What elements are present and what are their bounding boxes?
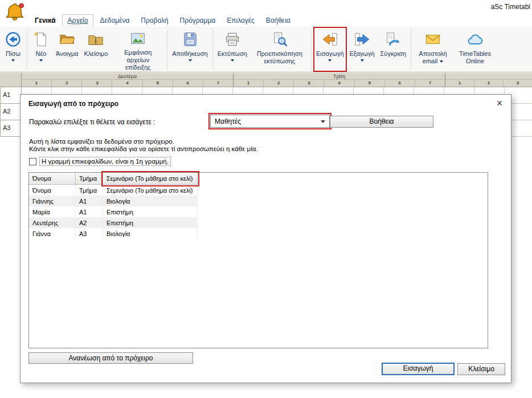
ribbon-separator	[167, 29, 167, 70]
chevron-down-icon	[321, 120, 325, 123]
timetable-corner-cell	[0, 73, 22, 87]
tab-view[interactable]: Προβολή	[136, 15, 173, 26]
import-type-dropdown[interactable]: Μαθητές	[210, 115, 330, 128]
period-header: 5	[355, 80, 385, 87]
back-arrow-icon	[5, 30, 22, 48]
dialog-title: Εισαγωγή από το πρόχειρο	[28, 100, 118, 108]
dropdown-caret-icon	[440, 60, 443, 63]
period-header: 2	[264, 80, 294, 87]
help-button[interactable]: Βοήθεια	[330, 116, 433, 128]
dropdown-caret-icon	[328, 59, 332, 62]
ribbon-separator	[311, 29, 312, 70]
period-header: 1	[234, 80, 264, 87]
title-bar: aSc Timetabl	[0, 0, 532, 14]
period-header: 6	[385, 80, 415, 87]
close-button[interactable]: Κλείσιμο	[457, 363, 505, 375]
period-header: 3	[82, 80, 112, 87]
tab-general[interactable]: Γενικά	[30, 15, 61, 26]
table-row: Γιάννα A3 Βιολογία	[29, 228, 488, 239]
timetable-header: Δευτέρα 1 2 3 4 5 6 7 Τρίτη 1 2 3 4	[0, 73, 532, 87]
open-folder-icon	[59, 30, 76, 48]
floppy-save-icon	[182, 30, 199, 48]
dropdown-caret-icon	[189, 59, 192, 62]
ribbon-separator	[212, 29, 213, 70]
ribbon-button-timetables-online[interactable]: TimeTables Online	[453, 27, 497, 72]
tab-help[interactable]: Βοήθεια	[261, 15, 296, 26]
table-row: Γιάννης A1 Βιολογία	[29, 196, 488, 206]
period-header: 5	[143, 80, 173, 87]
ribbon-button-print-preview[interactable]: Προεπισκόπηση εκτύπωσης	[250, 27, 309, 72]
ribbon-button-new[interactable]: Νέο	[29, 27, 53, 72]
zip-folder-icon	[87, 30, 104, 48]
period-header: 6	[173, 80, 203, 87]
day-column-partial: 1 2 3	[445, 73, 532, 87]
compare-icon	[384, 30, 402, 48]
ribbon-button-compare[interactable]: Σύγκριση	[378, 27, 409, 72]
period-header: 1	[22, 80, 52, 87]
email-envelope-icon	[424, 30, 441, 48]
day-column-tuesday: Τρίτη 1 2 3 4 5 6 7	[234, 73, 445, 87]
clipboard-data-table: Όνομα Τμήμα Σεμινάριο (Το μάθημα στο κελ…	[28, 172, 488, 348]
tab-schedule[interactable]: Πρόγραμμα	[175, 15, 221, 26]
asc-timetables-window: aSc Timetabl Γενικά Αρχείο Δεδομένα Προβ…	[0, 0, 532, 398]
ribbon-button-open[interactable]: Άνοιγμα	[53, 27, 81, 72]
cloud-icon	[466, 30, 484, 48]
export-arrow-icon	[354, 30, 371, 48]
class-label: A1	[0, 87, 22, 104]
period-header: 3	[294, 80, 324, 87]
ribbon-button-back[interactable]: Πίσω	[1, 27, 25, 72]
tab-data[interactable]: Δεδομένα	[95, 15, 134, 26]
notification-bell-icon[interactable]	[4, 1, 26, 26]
col-header-name[interactable]: Όνομα	[29, 173, 76, 185]
header-row-checkbox-label[interactable]: Η γραμμή επικεφαλίδων, είναι η 1η γραμμή…	[39, 157, 171, 166]
period-header: 4	[112, 80, 142, 87]
import-type-prompt: Παρακαλώ επιλέξτε τι θέλετε να εισάγετε …	[29, 118, 155, 126]
ribbon-button-import[interactable]: Εισαγωγή	[313, 27, 347, 72]
import-type-value: Μαθητές	[215, 117, 241, 125]
import-from-clipboard-dialog: Εισαγωγή από το πρόχειρο × Παρακαλώ επιλ…	[20, 94, 511, 383]
tab-file[interactable]: Αρχείο	[62, 14, 94, 26]
new-file-icon	[32, 30, 50, 48]
day-column-monday: Δευτέρα 1 2 3 4 5 6 7	[22, 73, 234, 87]
table-row: Λευτέρης A2 Επιστήμη	[29, 217, 488, 228]
ribbon-button-close-file[interactable]: Κλείσιμο	[81, 27, 111, 72]
window-title: aSc Timetabl	[491, 3, 530, 11]
period-header: 7	[415, 80, 445, 87]
period-header: 2	[52, 80, 82, 87]
period-header: 7	[203, 80, 233, 87]
table-row: Μαρία A1 Επιστήμη	[29, 206, 488, 217]
ribbon-separator	[411, 29, 411, 70]
period-header: 2	[474, 80, 504, 87]
ribbon-button-save[interactable]: Αποθήκευση	[169, 27, 210, 72]
ribbon-toolbar: Πίσω Νέο Άνοιγμα	[0, 26, 532, 72]
period-header: 4	[324, 80, 354, 87]
class-label: A2	[0, 104, 22, 120]
dropdown-caret-icon	[231, 59, 234, 62]
col-header-class[interactable]: Τμήμα	[76, 173, 103, 185]
print-preview-icon	[271, 30, 288, 48]
clipboard-info-line-2: Κάντε κλικ στην κάθε επικεφαλίδα για να …	[29, 145, 258, 152]
refresh-from-clipboard-button[interactable]: Ανανέωση από το πρόχειρο	[28, 352, 193, 364]
printer-icon	[224, 30, 241, 48]
period-header: 1	[445, 80, 474, 87]
dropdown-caret-icon	[11, 59, 15, 62]
ribbon-button-export[interactable]: Εξαγωγή	[347, 27, 378, 72]
table-header-row: Όνομα Τμήμα Σεμινάριο (Το μάθημα στο κελ…	[29, 173, 488, 185]
dropdown-caret-icon	[39, 59, 43, 62]
ribbon-button-send-email[interactable]: Αποστολή email	[413, 27, 453, 72]
dropdown-caret-icon	[361, 59, 364, 62]
import-arrow-icon	[321, 30, 338, 48]
tab-options[interactable]: Επιλογές	[222, 15, 260, 26]
clipboard-info-line-1: Αυτή η λίστα εμφανίζει τα δεδομένα στο π…	[29, 138, 174, 145]
ribbon-button-demo-files[interactable]: Εμφάνιση αρχείων επίδειξης	[111, 27, 165, 72]
ribbon-tab-bar: Γενικά Αρχείο Δεδομένα Προβολή Πρόγραμμα…	[0, 14, 532, 26]
header-row-checkbox[interactable]	[29, 158, 36, 165]
col-header-seminar[interactable]: Σεμινάριο (Το μάθημα στο κελί)	[103, 173, 198, 185]
ribbon-separator	[27, 29, 27, 70]
class-label: A3	[0, 120, 22, 137]
import-button[interactable]: Εισαγωγή	[382, 363, 455, 375]
table-row: Όνομα Τμήμα Σεμινάριο (Το μάθημα στο κελ…	[29, 185, 488, 196]
period-header: 3	[504, 80, 532, 87]
dialog-close-icon[interactable]: ×	[493, 96, 506, 110]
ribbon-button-print[interactable]: Εκτύπωση	[215, 27, 250, 72]
